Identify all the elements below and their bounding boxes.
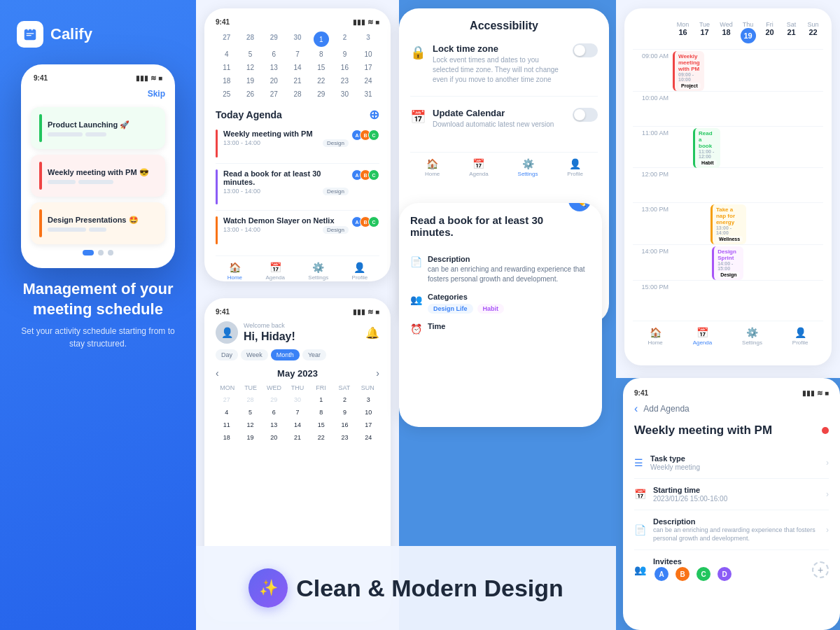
time-row-10am: 10:00 AM	[633, 91, 823, 126]
category-tags: Design Life Habit	[428, 304, 504, 314]
settings-bottom-nav: 🏠 Home 📅 Agenda ⚙️ Settings 👤 Profile	[410, 152, 598, 177]
edit-fab[interactable]: ✏️	[568, 203, 591, 211]
chevron-icon-1: ›	[826, 458, 829, 468]
bottom-nav-1: 🏠 Home 📅 Agenda ⚙️ Settings 👤 Profile	[216, 255, 379, 281]
weekly-inner: Mon 16 Tue 17 Wed 18 Thu 19 Fri 20 Sat 2…	[624, 8, 832, 365]
description-field-icon: 📄	[634, 524, 646, 536]
invitees-row: A B C D	[653, 566, 805, 582]
settings-nav-profile[interactable]: 👤 Profile	[567, 158, 583, 177]
invitees-icon: 👥	[634, 564, 646, 575]
event-design-sprint[interactable]: Design Sprint 14:00 - 15:00 Design	[712, 246, 743, 280]
agenda-avatars-3: A B C	[354, 216, 379, 244]
app-logo	[17, 21, 43, 48]
task-card-3[interactable]: Design Presentations 🤩	[31, 202, 165, 244]
field-starting-time[interactable]: 📅 Starting time 2023/01/26 15:00-16:00 ›	[634, 479, 829, 510]
nav-home[interactable]: 🏠 Home	[227, 262, 242, 281]
agenda-item-2[interactable]: Read a book for at least 30 minutes. 13:…	[216, 169, 379, 211]
view-tabs: Day Week Month Year	[216, 349, 379, 360]
lock-timezone-item: 🔒 Lock time zone Lock event times and da…	[410, 43, 598, 97]
hero-phone-mockup: 9:41 ▮▮▮ ≋ ■ Skip Product Launching 🚀 We…	[21, 64, 175, 268]
categories-icon: 👥	[410, 294, 422, 305]
invitee-2: B	[674, 566, 691, 582]
add-invitee-button[interactable]: +	[812, 561, 829, 578]
agenda-meeting-name: Weekly meeting with PM	[634, 424, 829, 438]
task-bar-2	[39, 162, 42, 190]
weekly-grid: 09:00 AM Weekly meeting with PM 09:00 - …	[633, 49, 823, 315]
cal-days-header: MON TUE WED THU FRI SAT SUN	[216, 384, 379, 391]
tab-month[interactable]: Month	[271, 349, 300, 360]
hero-subtitle: Set your activity schedule starting from…	[17, 325, 179, 350]
back-button[interactable]: ‹	[634, 402, 638, 415]
task-card-1[interactable]: Product Launching 🚀	[31, 107, 165, 149]
hero-panel: Calify 9:41 ▮▮▮ ≋ ■ Skip Product Launchi…	[0, 0, 196, 630]
agenda-avatars-2: A B C	[354, 169, 379, 204]
weekly-nav-agenda[interactable]: 📅 Agenda	[693, 327, 713, 346]
lock-icon: 🔒	[410, 45, 426, 60]
time-row-2pm: 14:00 PM Design Sprint 14:00 - 15:00 Des…	[633, 244, 823, 280]
task-card-2[interactable]: Weekly meeting with PM 😎	[31, 155, 165, 197]
event-weekly-meeting[interactable]: Weekly meeting with PM 09:00 - 10:00 Pro…	[673, 51, 704, 91]
settings-nav-settings[interactable]: ⚙️ Settings	[518, 158, 538, 177]
detail-categories: 👥 Categories Design Life Habit	[410, 293, 591, 314]
time-row-1pm: 13:00 PM Take a nap for energy 13:00 - 1…	[633, 202, 823, 244]
field-task-type[interactable]: ☰ Task type Weekly meeting ›	[634, 447, 829, 479]
settings-nav-agenda[interactable]: 📅 Agenda	[469, 158, 489, 177]
chevron-icon-3: ›	[826, 525, 829, 535]
settings-nav-home[interactable]: 🏠 Home	[425, 158, 440, 177]
svg-rect-0	[24, 29, 36, 41]
weekly-nav-home[interactable]: 🏠 Home	[648, 327, 662, 346]
tab-day[interactable]: Day	[216, 349, 238, 360]
agenda-item-3[interactable]: Watch Demon Slayer on Netlix 13:00 - 14:…	[216, 216, 379, 250]
tab-year[interactable]: Year	[302, 349, 326, 360]
agenda-item-1[interactable]: Weekly meeting with PM 13:00 - 14:00 Des…	[216, 130, 379, 164]
invitee-4: D	[716, 566, 733, 582]
event-read-book[interactable]: Read a book 11:00 - 12:00 Habit	[693, 128, 720, 168]
detail-panel: Read a book for at least 30 minutes. ✏️ …	[399, 203, 602, 427]
calendar-phone-top: 9:41 ▮▮▮ ≋ ■ 27 28 29 30 1 2 3 4 5 6 7 8…	[204, 8, 391, 281]
skip-button[interactable]: Skip	[31, 89, 165, 99]
banner-text: Clean & Modern Design	[296, 575, 564, 602]
lock-timezone-toggle[interactable]	[573, 43, 598, 57]
hero-header: Calify	[0, 0, 196, 59]
detail-title: Read a book for at least 30 minutes.	[410, 214, 564, 238]
detail-description: 📄 Description can be an enriching and re…	[410, 255, 591, 284]
field-description[interactable]: 📄 Description can be an enriching and re…	[634, 510, 829, 550]
time-row-11am: 11:00 AM Read a book 11:00 - 12:00 Habit	[633, 126, 823, 168]
tag-habit: Habit	[477, 304, 505, 314]
app-name: Calify	[50, 25, 92, 43]
weekly-panel: Mon 16 Tue 17 Wed 18 Thu 19 Fri 20 Sat 2…	[616, 0, 840, 378]
svg-rect-3	[27, 33, 34, 34]
svg-rect-4	[27, 35, 31, 36]
svg-rect-1	[27, 28, 29, 31]
task-title-2: Weekly meeting with PM 😎	[48, 168, 157, 177]
tab-week[interactable]: Week	[241, 349, 268, 360]
hero-tagline: Management of your meeting schedule	[17, 279, 179, 319]
time-row-12pm: 12:00 PM	[633, 167, 823, 202]
weekly-header: Mon 16 Tue 17 Wed 18 Thu 19 Fri 20 Sat 2…	[633, 21, 823, 43]
add-agenda-title: Add Agenda	[643, 404, 689, 414]
update-calendar-item: 📅 Update Calendar Download automatic lat…	[410, 108, 598, 141]
svg-rect-2	[31, 28, 33, 31]
prev-month-btn[interactable]: ‹	[216, 368, 219, 379]
weekly-bottom-nav: 🏠 Home 📅 Agenda ⚙️ Settings 👤 Profile	[633, 321, 823, 346]
nav-agenda[interactable]: 📅 Agenda	[265, 262, 285, 281]
weekly-nav-settings[interactable]: ⚙️ Settings	[742, 327, 762, 346]
chevron-icon-2: ›	[826, 489, 829, 499]
bottom-banner: ✨ Clean & Modern Design	[196, 546, 616, 630]
task-bar-1	[39, 114, 42, 142]
event-nap[interactable]: Take a nap for energy 13:00 - 14:00 Well…	[710, 204, 746, 244]
field-invitees[interactable]: 👥 Invitees A B C D +	[634, 550, 829, 589]
time-row-9am: 09:00 AM Weekly meeting with PM 09:00 - …	[633, 49, 823, 91]
cal-status-bar: 9:41 ▮▮▮ ≋ ■	[216, 18, 379, 26]
nav-profile[interactable]: 👤 Profile	[352, 262, 368, 281]
weekly-nav-profile[interactable]: 👤 Profile	[792, 327, 808, 346]
nav-settings[interactable]: ⚙️ Settings	[308, 262, 328, 281]
phone-status-bar: 9:41 ▮▮▮ ≋ ■	[31, 74, 165, 82]
update-calendar-toggle[interactable]	[573, 108, 598, 122]
next-month-btn[interactable]: ›	[376, 368, 379, 379]
task-title-1: Product Launching 🚀	[48, 120, 157, 130]
add-agenda-button[interactable]: ⊕	[369, 107, 379, 122]
add-agenda-panel: 9:41 ▮▮▮ ≋ ■ ‹ Add Agenda Weekly meeting…	[623, 378, 840, 630]
agenda-avatars-1: A B C	[354, 130, 379, 158]
bell-icon[interactable]: 🔔	[365, 326, 379, 340]
